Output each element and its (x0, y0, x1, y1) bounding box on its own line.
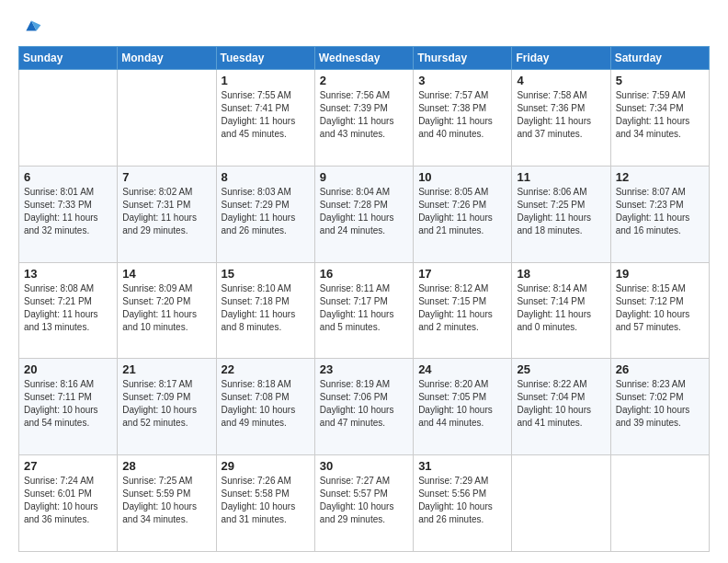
day-info: Sunrise: 8:23 AM Sunset: 7:02 PM Dayligh… (616, 378, 704, 430)
day-number: 7 (122, 170, 210, 184)
logo-icon (20, 15, 42, 37)
calendar-cell: 6Sunrise: 8:01 AM Sunset: 7:33 PM Daylig… (19, 166, 118, 262)
calendar-header-row: SundayMondayTuesdayWednesdayThursdayFrid… (19, 47, 710, 70)
day-info: Sunrise: 8:12 AM Sunset: 7:15 PM Dayligh… (418, 282, 506, 334)
calendar-cell: 12Sunrise: 8:07 AM Sunset: 7:23 PM Dayli… (610, 166, 709, 262)
calendar-cell: 20Sunrise: 8:16 AM Sunset: 7:11 PM Dayli… (19, 359, 118, 455)
calendar-cell: 5Sunrise: 7:59 AM Sunset: 7:34 PM Daylig… (610, 70, 709, 167)
day-number: 16 (320, 267, 408, 281)
day-number: 14 (122, 267, 210, 281)
day-info: Sunrise: 8:06 AM Sunset: 7:25 PM Dayligh… (517, 186, 605, 237)
day-info: Sunrise: 7:56 AM Sunset: 7:39 PM Dayligh… (320, 89, 408, 141)
calendar-cell: 27Sunrise: 7:24 AM Sunset: 6:01 PM Dayli… (19, 455, 118, 552)
day-number: 29 (222, 459, 310, 473)
calendar-cell: 22Sunrise: 8:18 AM Sunset: 7:08 PM Dayli… (216, 359, 314, 455)
day-info: Sunrise: 8:01 AM Sunset: 7:33 PM Dayligh… (24, 186, 112, 237)
calendar-cell: 26Sunrise: 8:23 AM Sunset: 7:02 PM Dayli… (610, 359, 709, 455)
day-number: 6 (24, 170, 112, 184)
day-number: 10 (418, 170, 506, 184)
day-number: 25 (517, 362, 605, 376)
day-info: Sunrise: 8:19 AM Sunset: 7:06 PM Dayligh… (320, 378, 408, 430)
day-info: Sunrise: 8:04 AM Sunset: 7:28 PM Dayligh… (320, 186, 408, 237)
calendar-week-4: 20Sunrise: 8:16 AM Sunset: 7:11 PM Dayli… (19, 359, 710, 455)
logo (18, 15, 42, 37)
calendar-cell: 10Sunrise: 8:05 AM Sunset: 7:26 PM Dayli… (414, 166, 512, 262)
day-number: 31 (418, 459, 506, 473)
calendar-cell: 14Sunrise: 8:09 AM Sunset: 7:20 PM Dayli… (118, 262, 216, 359)
calendar-cell: 31Sunrise: 7:29 AM Sunset: 5:56 PM Dayli… (414, 455, 512, 552)
day-number: 20 (24, 362, 112, 376)
calendar-cell: 17Sunrise: 8:12 AM Sunset: 7:15 PM Dayli… (414, 262, 512, 359)
calendar-cell: 23Sunrise: 8:19 AM Sunset: 7:06 PM Dayli… (314, 359, 413, 455)
day-number: 26 (616, 362, 704, 376)
calendar-cell: 9Sunrise: 8:04 AM Sunset: 7:28 PM Daylig… (314, 166, 413, 262)
calendar-cell (19, 70, 118, 167)
calendar-cell: 2Sunrise: 7:56 AM Sunset: 7:39 PM Daylig… (314, 70, 413, 167)
calendar-cell (118, 70, 216, 167)
day-info: Sunrise: 7:29 AM Sunset: 5:56 PM Dayligh… (418, 475, 506, 526)
day-info: Sunrise: 8:17 AM Sunset: 7:09 PM Dayligh… (122, 378, 210, 430)
day-info: Sunrise: 8:09 AM Sunset: 7:20 PM Dayligh… (122, 282, 210, 334)
calendar-cell: 16Sunrise: 8:11 AM Sunset: 7:17 PM Dayli… (314, 262, 413, 359)
day-info: Sunrise: 8:05 AM Sunset: 7:26 PM Dayligh… (418, 186, 506, 237)
day-info: Sunrise: 8:14 AM Sunset: 7:14 PM Dayligh… (517, 282, 605, 334)
day-info: Sunrise: 7:24 AM Sunset: 6:01 PM Dayligh… (24, 475, 112, 526)
page: SundayMondayTuesdayWednesdayThursdayFrid… (0, 0, 728, 563)
day-info: Sunrise: 7:25 AM Sunset: 5:59 PM Dayligh… (122, 475, 210, 526)
day-info: Sunrise: 8:16 AM Sunset: 7:11 PM Dayligh… (24, 378, 112, 430)
calendar-header-friday: Friday (512, 47, 610, 70)
day-info: Sunrise: 8:07 AM Sunset: 7:23 PM Dayligh… (616, 186, 704, 237)
day-number: 24 (418, 362, 506, 376)
day-info: Sunrise: 7:58 AM Sunset: 7:36 PM Dayligh… (517, 89, 605, 141)
calendar-cell: 21Sunrise: 8:17 AM Sunset: 7:09 PM Dayli… (118, 359, 216, 455)
day-info: Sunrise: 7:59 AM Sunset: 7:34 PM Dayligh… (616, 89, 704, 141)
calendar-cell: 19Sunrise: 8:15 AM Sunset: 7:12 PM Dayli… (610, 262, 709, 359)
day-number: 17 (418, 267, 506, 281)
day-info: Sunrise: 7:55 AM Sunset: 7:41 PM Dayligh… (222, 89, 310, 141)
day-number: 2 (320, 74, 408, 87)
calendar-cell: 3Sunrise: 7:57 AM Sunset: 7:38 PM Daylig… (414, 70, 512, 167)
day-info: Sunrise: 8:10 AM Sunset: 7:18 PM Dayligh… (222, 282, 310, 334)
day-number: 8 (222, 170, 310, 184)
day-number: 30 (320, 459, 408, 473)
day-info: Sunrise: 8:22 AM Sunset: 7:04 PM Dayligh… (517, 378, 605, 430)
day-info: Sunrise: 8:03 AM Sunset: 7:29 PM Dayligh… (222, 186, 310, 237)
calendar-cell: 29Sunrise: 7:26 AM Sunset: 5:58 PM Dayli… (216, 455, 314, 552)
day-number: 5 (616, 74, 704, 87)
day-info: Sunrise: 8:15 AM Sunset: 7:12 PM Dayligh… (616, 282, 704, 334)
day-info: Sunrise: 8:11 AM Sunset: 7:17 PM Dayligh… (320, 282, 408, 334)
day-info: Sunrise: 8:02 AM Sunset: 7:31 PM Dayligh… (122, 186, 210, 237)
day-number: 21 (122, 362, 210, 376)
day-number: 28 (122, 459, 210, 473)
day-number: 9 (320, 170, 408, 184)
day-info: Sunrise: 7:27 AM Sunset: 5:57 PM Dayligh… (320, 475, 408, 526)
day-number: 12 (616, 170, 704, 184)
day-number: 27 (24, 459, 112, 473)
calendar-header-sunday: Sunday (19, 47, 118, 70)
calendar-week-2: 6Sunrise: 8:01 AM Sunset: 7:33 PM Daylig… (19, 166, 710, 262)
calendar-week-5: 27Sunrise: 7:24 AM Sunset: 6:01 PM Dayli… (19, 455, 710, 552)
day-info: Sunrise: 8:20 AM Sunset: 7:05 PM Dayligh… (418, 378, 506, 430)
calendar-cell: 24Sunrise: 8:20 AM Sunset: 7:05 PM Dayli… (414, 359, 512, 455)
day-info: Sunrise: 7:26 AM Sunset: 5:58 PM Dayligh… (222, 475, 310, 526)
day-info: Sunrise: 8:08 AM Sunset: 7:21 PM Dayligh… (24, 282, 112, 334)
day-info: Sunrise: 8:18 AM Sunset: 7:08 PM Dayligh… (222, 378, 310, 430)
day-number: 18 (517, 267, 605, 281)
calendar-header-tuesday: Tuesday (216, 47, 314, 70)
calendar-week-1: 1Sunrise: 7:55 AM Sunset: 7:41 PM Daylig… (19, 70, 710, 167)
calendar-header-wednesday: Wednesday (314, 47, 413, 70)
day-number: 19 (616, 267, 704, 281)
day-number: 23 (320, 362, 408, 376)
calendar-table: SundayMondayTuesdayWednesdayThursdayFrid… (18, 46, 710, 552)
calendar-cell: 28Sunrise: 7:25 AM Sunset: 5:59 PM Dayli… (118, 455, 216, 552)
day-number: 1 (222, 74, 310, 87)
day-number: 11 (517, 170, 605, 184)
calendar-header-monday: Monday (118, 47, 216, 70)
day-number: 3 (418, 74, 506, 87)
calendar-cell: 4Sunrise: 7:58 AM Sunset: 7:36 PM Daylig… (512, 70, 610, 167)
calendar-cell (610, 455, 709, 552)
calendar-cell: 25Sunrise: 8:22 AM Sunset: 7:04 PM Dayli… (512, 359, 610, 455)
calendar-header-thursday: Thursday (414, 47, 512, 70)
calendar-cell: 30Sunrise: 7:27 AM Sunset: 5:57 PM Dayli… (314, 455, 413, 552)
calendar-cell: 18Sunrise: 8:14 AM Sunset: 7:14 PM Dayli… (512, 262, 610, 359)
